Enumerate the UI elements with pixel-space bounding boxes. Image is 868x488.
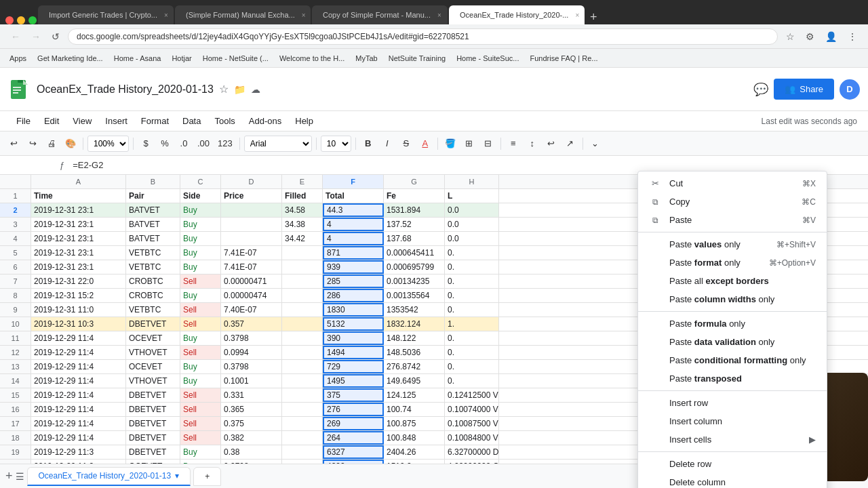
cell-fe[interactable]: 0.00135564 xyxy=(384,289,445,302)
header-fe[interactable]: Fe xyxy=(384,189,445,203)
cell-price[interactable]: 0.365 xyxy=(221,403,282,416)
folder-icon[interactable]: 📁 xyxy=(234,84,245,95)
ctx-copy[interactable]: ⧉ Copy ⌘C xyxy=(638,192,827,211)
cell-fe[interactable]: 137.52 xyxy=(384,218,445,231)
ctx-paste-values[interactable]: Paste values only ⌘+Shift+V xyxy=(638,235,827,253)
col-header-e[interactable]: E xyxy=(282,175,323,188)
cell-pair[interactable]: DBETVET xyxy=(126,417,180,430)
cell-total[interactable]: 44.3 xyxy=(323,203,384,217)
cell-fe[interactable]: 1531.894 xyxy=(384,203,445,217)
cell-total[interactable]: 390 xyxy=(323,331,384,345)
cell-total[interactable]: 286 xyxy=(323,289,384,302)
decimal-more-button[interactable]: .00 xyxy=(195,135,212,152)
cell-price[interactable]: 0.382 xyxy=(221,431,282,445)
cell-fe[interactable]: 0.000645411 xyxy=(384,246,445,260)
cell-l[interactable]: 0. xyxy=(445,260,499,274)
cell-l[interactable]: 0.10084800 VET xyxy=(445,431,499,445)
cell-filled[interactable] xyxy=(282,374,323,388)
cell-l[interactable]: 6.32700000 DBET xyxy=(445,445,499,459)
cell-l[interactable]: 0. xyxy=(445,246,499,260)
cell-filled[interactable] xyxy=(282,445,323,459)
percent-button[interactable]: % xyxy=(157,135,173,152)
ctx-paste-transposed[interactable]: Paste transposed xyxy=(638,369,827,388)
add-sheet-button[interactable]: + xyxy=(5,469,13,483)
new-tab-button[interactable]: + xyxy=(586,10,601,24)
menu-insert[interactable]: Insert xyxy=(100,115,133,127)
currency-button[interactable]: $ xyxy=(138,135,154,152)
cell-total[interactable]: 4 xyxy=(323,232,384,245)
header-price[interactable]: Price xyxy=(221,189,282,203)
menu-view[interactable]: View xyxy=(67,115,97,127)
cell-side[interactable]: Buy xyxy=(180,260,221,274)
cell-l[interactable]: 0. xyxy=(445,360,499,373)
header-filled[interactable]: Filled xyxy=(282,189,323,203)
ctx-paste-format[interactable]: Paste format only ⌘+Option+V xyxy=(638,253,827,272)
cell-l[interactable]: 0. xyxy=(445,303,499,317)
browser-tab-active[interactable]: OceanEx_Trade History_2020-... × xyxy=(449,5,585,24)
cell-filled[interactable] xyxy=(282,274,323,288)
cell-fe[interactable]: 124.125 xyxy=(384,388,445,402)
cell-pair[interactable]: BATVET xyxy=(126,218,180,231)
ctx-paste-col-widths[interactable]: Paste column widths only xyxy=(638,290,827,308)
cell-price[interactable]: 0.00000471 xyxy=(221,274,282,288)
menu-tools[interactable]: Tools xyxy=(209,115,240,127)
header-time[interactable]: Time xyxy=(31,189,126,203)
cell-fe[interactable]: 1832.124 xyxy=(384,317,445,331)
col-header-a[interactable]: A xyxy=(31,175,126,188)
cell-price[interactable]: 0.00000474 xyxy=(221,289,282,302)
cell-filled[interactable] xyxy=(282,303,323,317)
cell-fe[interactable]: 0.000695799 xyxy=(384,260,445,274)
cell-total[interactable]: 1830 xyxy=(323,303,384,317)
sheet-tab-add-more[interactable]: + xyxy=(193,467,221,486)
cell-l[interactable]: 0.10074000 VET xyxy=(445,403,499,416)
url-input[interactable]: docs.google.com/spreadsheets/d/12jey4adi… xyxy=(68,28,778,45)
cell-filled[interactable] xyxy=(282,331,323,345)
cell-pair[interactable]: VETBTC xyxy=(126,303,180,317)
cell-l[interactable]: 0.0 xyxy=(445,218,499,231)
cell-total[interactable]: 1495 xyxy=(323,374,384,388)
menu-data[interactable]: Data xyxy=(177,115,206,127)
bookmark-suitesuc[interactable]: Home - SuiteSuc... xyxy=(452,53,523,64)
bookmark-netsuite[interactable]: Home - NetSuite (... xyxy=(199,53,273,64)
text-color-button[interactable]: A xyxy=(417,135,433,152)
italic-button[interactable]: I xyxy=(379,135,395,152)
cell-filled[interactable]: 34.38 xyxy=(282,218,323,231)
cell-total[interactable]: 269 xyxy=(323,417,384,430)
bookmark-button[interactable]: ☆ xyxy=(783,30,797,43)
cell-side[interactable]: Sell xyxy=(180,388,221,402)
cell-side[interactable]: Sell xyxy=(180,274,221,288)
cell-l[interactable]: 0.0 xyxy=(445,232,499,245)
cell-side[interactable]: Sell xyxy=(180,403,221,416)
paint-format-button[interactable]: 🎨 xyxy=(62,135,79,152)
bookmark-hotjar[interactable]: Hotjar xyxy=(167,53,195,64)
col-header-g[interactable]: G xyxy=(384,175,445,188)
ctx-insert-cells[interactable]: Insert cells ▶ xyxy=(638,430,827,449)
cell-time[interactable]: 2019-12-29 11:3 xyxy=(31,445,126,459)
col-header-d[interactable]: D xyxy=(221,175,282,188)
cell-price[interactable]: 0.38 xyxy=(221,445,282,459)
cell-side[interactable]: Buy xyxy=(180,360,221,373)
ctx-paste[interactable]: ⧉ Paste ⌘V xyxy=(638,211,827,229)
more-toolbar[interactable]: ⌄ xyxy=(587,135,604,152)
cell-filled[interactable]: 34.42 xyxy=(282,232,323,245)
cell-price[interactable]: 7.41E-07 xyxy=(221,260,282,274)
ctx-insert-row[interactable]: Insert row xyxy=(638,394,827,412)
sheet-tab-active[interactable]: OceanEx_Trade History_2020-01-13 ▾ xyxy=(27,467,191,486)
cell-price[interactable] xyxy=(221,218,282,231)
close-button[interactable] xyxy=(5,16,14,24)
cell-price[interactable]: 0.3798 xyxy=(221,360,282,373)
header-pair[interactable]: Pair xyxy=(126,189,180,203)
cell-time[interactable]: 2019-12-31 23:1 xyxy=(31,232,126,245)
cell-side[interactable]: Buy xyxy=(180,445,221,459)
cell-total[interactable]: 939 xyxy=(323,260,384,274)
cell-pair[interactable]: VETBTC xyxy=(126,260,180,274)
cell-time[interactable]: 2019-12-29 11:4 xyxy=(31,431,126,445)
cell-side[interactable]: Sell xyxy=(180,346,221,359)
ctx-delete-row[interactable]: Delete row xyxy=(638,455,827,473)
menu-addons[interactable]: Add-ons xyxy=(243,115,287,127)
ctx-cut[interactable]: ✂ Cut ⌘X xyxy=(638,174,827,192)
bookmark-asana[interactable]: Home - Asana xyxy=(110,53,165,64)
cell-time[interactable]: 2019-12-29 11:4 xyxy=(31,346,126,359)
cell-total[interactable]: 729 xyxy=(323,360,384,373)
menu-button[interactable]: ⋮ xyxy=(845,30,860,43)
